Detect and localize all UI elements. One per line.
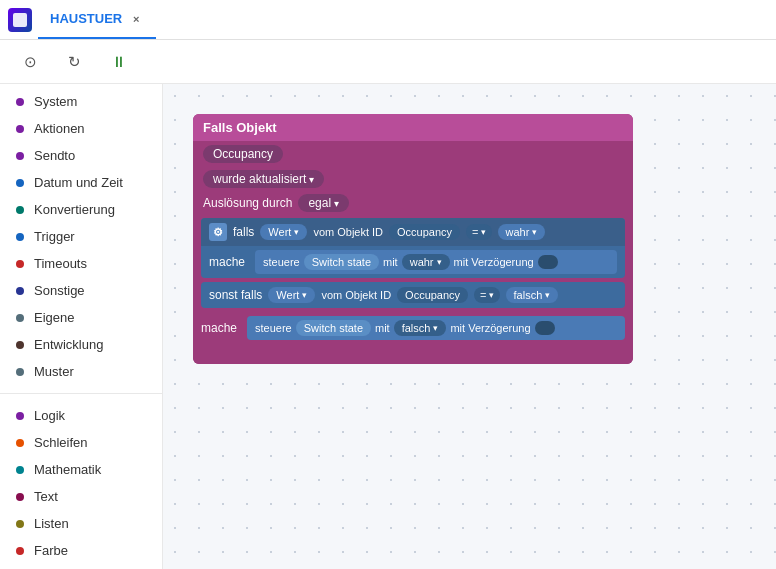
sidebar-item-eigene[interactable]: Eigene	[0, 304, 162, 331]
tab-label: HAUSTUER	[50, 11, 122, 26]
sidebar-item-label: Datum und Zeit	[34, 175, 123, 190]
sidebar-item-system[interactable]: System	[0, 88, 162, 115]
sidebar-item-label: Farbe	[34, 543, 68, 558]
dot-icon	[16, 125, 24, 133]
sidebar-section-1: System Aktionen Sendto Datum und Zeit Ko…	[0, 84, 162, 389]
dot-icon	[16, 368, 24, 376]
sidebar-item-text[interactable]: Text	[0, 483, 162, 510]
equals2-pill[interactable]: = ▾	[474, 287, 499, 303]
falls-objekt-block[interactable]: Falls Objekt Occupancy wurde aktualisier…	[193, 114, 633, 364]
steuere-label-1: steuere	[263, 256, 300, 268]
sidebar-section-2: Logik Schleifen Mathematik Text Listen F…	[0, 398, 162, 568]
dot-icon	[16, 412, 24, 420]
verzoegerung-box-2[interactable]	[535, 321, 555, 335]
falls-objekt-label: Falls Objekt	[203, 120, 277, 135]
dot-icon	[16, 98, 24, 106]
falsch-condition-pill[interactable]: falsch ▾	[506, 287, 559, 303]
ausloesung-label: Auslösung durch	[203, 196, 292, 210]
sidebar-item-logik[interactable]: Logik	[0, 402, 162, 429]
sidebar-item-label: Listen	[34, 516, 69, 531]
sidebar-item-trigger[interactable]: Trigger	[0, 223, 162, 250]
dot-icon	[16, 547, 24, 555]
sidebar-item-entwicklung[interactable]: Entwicklung	[0, 331, 162, 358]
wert2-pill[interactable]: Wert ▾	[268, 287, 315, 303]
sidebar-divider-1	[0, 393, 162, 394]
falsch-mit-pill[interactable]: falsch ▾	[394, 320, 447, 336]
sidebar-item-konvertierung[interactable]: Konvertierung	[0, 196, 162, 223]
occupancy3-pill[interactable]: Occupancy	[397, 287, 468, 303]
dot-icon	[16, 206, 24, 214]
dot-icon	[16, 152, 24, 160]
dot-icon	[16, 493, 24, 501]
block-canvas[interactable]: Falls Objekt Occupancy wurde aktualisier…	[163, 84, 776, 569]
mit-label-2: mit	[375, 322, 390, 334]
sidebar-item-label: Konvertierung	[34, 202, 115, 217]
sidebar-item-farbe[interactable]: Farbe	[0, 537, 162, 564]
wahr-pill[interactable]: wahr ▾	[498, 224, 546, 240]
sidebar-item-label: Trigger	[34, 229, 75, 244]
mit-verzoegerung-label-1: mit Verzögerung	[454, 256, 534, 268]
main-layout: System Aktionen Sendto Datum und Zeit Ko…	[0, 84, 776, 569]
dot-icon	[16, 179, 24, 187]
sidebar-item-label: Sonstige	[34, 283, 85, 298]
tab-haustuer[interactable]: HAUSTUER ×	[38, 0, 156, 39]
dot-icon	[16, 260, 24, 268]
tab-close-button[interactable]: ×	[128, 11, 144, 27]
sidebar-item-listen[interactable]: Listen	[0, 510, 162, 537]
switch-state-pill-2[interactable]: Switch state	[296, 320, 371, 336]
steuere-label-2: steuere	[255, 322, 292, 334]
vom-objekt-id2-label: vom Objekt ID	[321, 289, 391, 301]
egal-pill[interactable]: egal ▾	[298, 194, 349, 212]
sidebar-item-label: Eigene	[34, 310, 74, 325]
sidebar-item-label: Logik	[34, 408, 65, 423]
equals-pill[interactable]: = ▾	[466, 224, 491, 240]
target-button[interactable]: ⊙	[16, 48, 44, 76]
sidebar-item-label: Timeouts	[34, 256, 87, 271]
dot-icon	[16, 314, 24, 322]
block-bottom	[193, 348, 633, 364]
wurde-aktualisiert-pill[interactable]: wurde aktualisiert ▾	[203, 170, 324, 188]
sidebar-item-muster[interactable]: Muster	[0, 358, 162, 385]
steuere-block-2: steuere Switch state mit falsch ▾ mit Ve…	[247, 316, 625, 340]
sonst-falls-label: sonst falls	[209, 288, 262, 302]
sidebar-item-sendto[interactable]: Sendto	[0, 142, 162, 169]
occupancy-condition-pill[interactable]: Occupancy	[389, 224, 460, 240]
mit-label-1: mit	[383, 256, 398, 268]
dot-icon	[16, 466, 24, 474]
falls-label: falls	[233, 225, 254, 239]
sidebar-item-aktionen[interactable]: Aktionen	[0, 115, 162, 142]
mit-verzoegerung-label-2: mit Verzögerung	[450, 322, 530, 334]
toolbar: ⊙ ↻ ⏸	[0, 40, 776, 84]
steuere-block-1: steuere Switch state mit wahr ▾ mit Verz…	[255, 250, 617, 274]
sidebar-item-mathematik[interactable]: Mathematik	[0, 456, 162, 483]
falls-toggle-icon[interactable]: ⚙	[209, 223, 227, 241]
sidebar-item-label: Mathematik	[34, 462, 101, 477]
sidebar-item-label: System	[34, 94, 77, 109]
sidebar-item-label: Schleifen	[34, 435, 87, 450]
mache-label-1: mache	[209, 255, 249, 269]
verzoegerung-box-1[interactable]	[538, 255, 558, 269]
play-pause-button[interactable]: ⏸	[104, 48, 132, 76]
header: HAUSTUER ×	[0, 0, 776, 40]
refresh-button[interactable]: ↻	[60, 48, 88, 76]
dot-icon	[16, 520, 24, 528]
sidebar-item-label: Text	[34, 489, 58, 504]
dot-icon	[16, 233, 24, 241]
sidebar-item-schleifen[interactable]: Schleifen	[0, 429, 162, 456]
sidebar-item-label: Entwicklung	[34, 337, 103, 352]
falls-inner-block: ⚙ falls Wert ▾ vom Objekt ID Occupancy =…	[201, 218, 625, 278]
sidebar-item-datum-und-zeit[interactable]: Datum und Zeit	[0, 169, 162, 196]
mache-label-2: mache	[201, 321, 241, 335]
sidebar-item-sonstige[interactable]: Sonstige	[0, 277, 162, 304]
sidebar-item-label: Sendto	[34, 148, 75, 163]
vom-objekt-id-label: vom Objekt ID	[313, 226, 383, 238]
occupancy-pill[interactable]: Occupancy	[203, 145, 283, 163]
app-logo	[8, 8, 32, 32]
sonst-falls-block: sonst falls Wert ▾ vom Objekt ID Occupan…	[201, 282, 625, 308]
wahr-mit-pill[interactable]: wahr ▾	[402, 254, 450, 270]
wert-pill[interactable]: Wert ▾	[260, 224, 307, 240]
sidebar-item-timeouts[interactable]: Timeouts	[0, 250, 162, 277]
switch-state-pill-1[interactable]: Switch state	[304, 254, 379, 270]
dot-icon	[16, 341, 24, 349]
dot-icon	[16, 287, 24, 295]
